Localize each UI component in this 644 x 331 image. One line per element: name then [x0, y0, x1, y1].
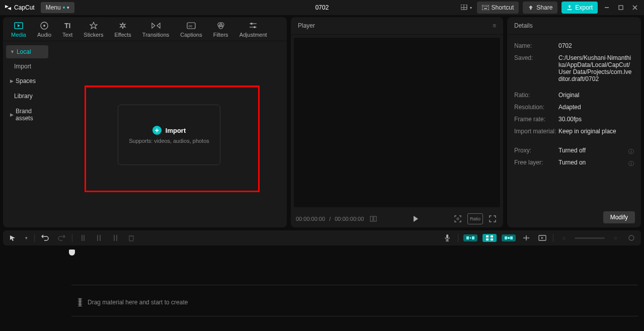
svg-rect-31	[116, 235, 117, 241]
trim-right-button	[110, 232, 121, 243]
project-title: 0702	[315, 4, 329, 11]
caret-down-icon: ▼	[10, 49, 15, 54]
shortcut-button[interactable]: Shortcut	[477, 2, 519, 14]
tab-label: Text	[62, 32, 72, 38]
tab-adjustment[interactable]: Adjustment	[238, 20, 268, 41]
detail-importmaterial-value: Keep in original place	[558, 128, 634, 135]
stickers-icon	[89, 21, 99, 30]
play-button[interactable]	[410, 213, 421, 224]
svg-rect-26	[82, 235, 83, 241]
tab-transitions[interactable]: Transitions	[141, 20, 170, 41]
split-button	[77, 232, 89, 243]
player-header: Player ≡	[291, 17, 503, 35]
captions-icon: cc	[186, 21, 196, 30]
svg-point-4	[483, 6, 484, 7]
film-icon	[79, 299, 80, 306]
details-title: Details	[514, 22, 533, 29]
detail-freelayer-label: Free layer:	[514, 159, 558, 166]
titlebar-right: ▾ Shortcut Share Export	[460, 2, 640, 14]
playhead[interactable]	[71, 250, 72, 331]
preview-button[interactable]	[537, 232, 548, 243]
compare-icon[interactable]	[368, 213, 379, 224]
zoom-in-button[interactable]: ○	[610, 232, 621, 243]
details-header: Details	[507, 17, 641, 35]
transitions-icon	[151, 21, 161, 30]
text-icon: TI	[62, 21, 72, 30]
sidebar-item-local[interactable]: ▼Local	[6, 45, 48, 58]
media-icon	[14, 21, 24, 30]
magnet-main-button[interactable]	[463, 234, 477, 241]
detail-freelayer-value: Turned onⓘ	[558, 159, 634, 166]
tab-stickers[interactable]: Stickers	[83, 20, 104, 41]
share-icon	[528, 5, 534, 11]
zoom-fit-button[interactable]	[626, 232, 637, 243]
sidebar-label: Local	[17, 48, 31, 55]
magnet-sub-button[interactable]	[502, 234, 516, 241]
hamburger-icon[interactable]: ≡	[493, 22, 496, 29]
minimize-button[interactable]	[602, 3, 612, 13]
menu-button[interactable]: Menu ▾	[41, 2, 74, 13]
share-label: Share	[536, 4, 552, 11]
sidebar-item-library[interactable]: Library	[6, 90, 48, 103]
svg-rect-39	[491, 235, 493, 237]
tab-media[interactable]: Media	[10, 20, 27, 41]
sidebar-item-import[interactable]: Import	[6, 60, 48, 72]
svg-point-20	[251, 23, 253, 25]
tab-effects[interactable]: Effects	[113, 20, 132, 41]
details-panel: Details Name:0702 Saved:C:/Users/Kushani…	[507, 17, 641, 227]
mic-button[interactable]	[442, 232, 453, 243]
player-panel: Player ≡ 00:00:00:00 / 00:00:00:00 Ratio	[291, 17, 503, 227]
detail-importmaterial-label: Import material:	[514, 128, 558, 135]
align-button[interactable]	[521, 232, 532, 243]
close-button[interactable]	[630, 3, 640, 13]
redo-button[interactable]	[56, 232, 67, 243]
sidebar-item-brand-assets[interactable]: ▶Brand assets	[6, 105, 48, 125]
detail-saved-label: Saved:	[514, 54, 558, 82]
top-tabbar: Media Audio TI Text Stickers Effects Tra…	[3, 17, 287, 41]
selection-dropdown[interactable]: ▾	[23, 232, 29, 243]
info-icon[interactable]: ⓘ	[628, 160, 634, 168]
svg-point-7	[487, 6, 488, 7]
import-title: Import	[166, 127, 186, 134]
layout-button[interactable]: ▾	[460, 2, 473, 13]
svg-point-22	[254, 26, 256, 28]
player-controls: 00:00:00:00 / 00:00:00:00 Ratio	[291, 210, 503, 227]
menu-label: Menu	[46, 4, 61, 11]
svg-point-37	[470, 237, 471, 239]
drop-hint-text: Drag material here and start to create	[88, 299, 188, 306]
ratio-button[interactable]: Ratio	[467, 213, 483, 224]
detail-framerate-label: Frame rate:	[514, 116, 558, 123]
tab-text[interactable]: TI Text	[61, 20, 73, 41]
import-card[interactable]: + Import Supports: videos, audios, photo…	[118, 105, 220, 165]
zoom-slider[interactable]	[575, 237, 605, 239]
export-button[interactable]: Export	[561, 2, 598, 14]
selection-tool[interactable]	[7, 232, 18, 243]
keyboard-icon	[482, 5, 489, 10]
tab-audio[interactable]: Audio	[36, 20, 52, 41]
sidebar-item-spaces[interactable]: ▶Spaces	[6, 74, 48, 88]
svg-point-47	[629, 235, 634, 240]
maximize-button[interactable]	[616, 3, 626, 13]
scan-icon[interactable]	[452, 213, 463, 224]
track-divider	[71, 316, 638, 316]
player-viewport[interactable]	[294, 38, 500, 207]
import-area: + Import Supports: videos, audios, photo…	[51, 41, 287, 227]
tab-captions[interactable]: cc Captions	[179, 20, 203, 41]
detail-ratio-value: Original	[558, 92, 634, 99]
svg-rect-23	[370, 216, 373, 221]
details-body: Name:0702 Saved:C:/Users/Kushani Nimanth…	[507, 35, 641, 207]
zoom-out-button[interactable]: ○	[558, 232, 570, 243]
magnet-track-button[interactable]	[482, 234, 497, 242]
tab-filters[interactable]: Filters	[212, 20, 229, 41]
sidebar-label: Brand assets	[16, 108, 44, 122]
undo-button[interactable]	[40, 232, 51, 243]
share-button[interactable]: Share	[523, 2, 557, 14]
info-icon[interactable]: ⓘ	[628, 148, 634, 155]
export-label: Export	[575, 4, 593, 11]
fullscreen-button[interactable]	[487, 213, 498, 224]
modify-button[interactable]: Modify	[603, 211, 635, 223]
media-panel: Media Audio TI Text Stickers Effects Tra…	[3, 17, 287, 227]
timeline[interactable]: Drag material here and start to create	[3, 249, 641, 331]
svg-rect-38	[486, 235, 489, 237]
time-current: 00:00:00:00	[296, 216, 325, 222]
